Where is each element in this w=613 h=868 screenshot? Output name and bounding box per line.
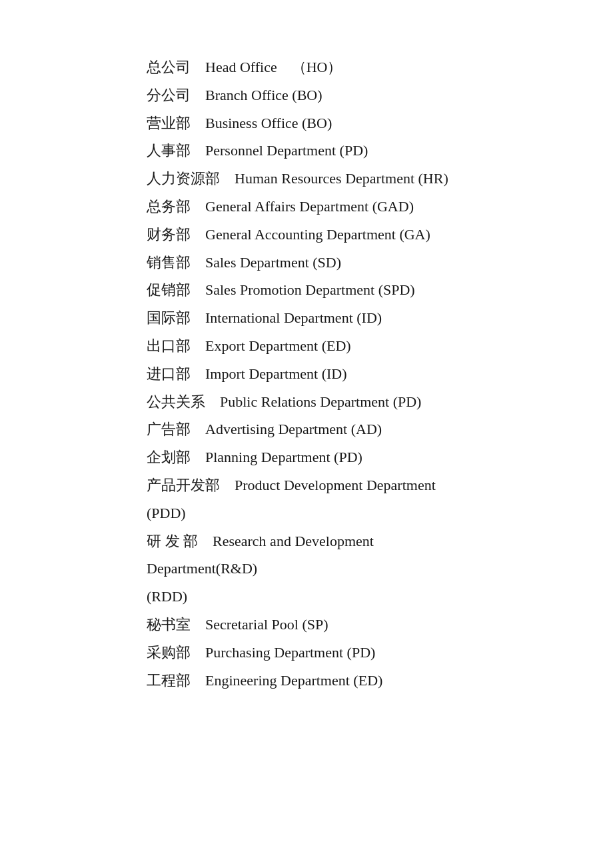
list-item: 营业部 Business Office (BO)	[147, 109, 466, 137]
list-item: 工程部 Engineering Department (ED)	[147, 667, 466, 695]
list-item: 国际部 International Department (ID)	[147, 304, 466, 332]
chinese-term: 分公司	[147, 87, 205, 103]
english-term: Sales Department (SD)	[205, 254, 341, 271]
english-term: Head Office （HO）	[205, 59, 342, 75]
chinese-term: 总务部	[147, 198, 205, 215]
chinese-term: 秘书室	[147, 616, 205, 633]
chinese-term: 产品开发部	[147, 477, 235, 493]
english-term: Personnel Department (PD)	[205, 142, 368, 159]
chinese-term: 公共关系	[147, 393, 220, 410]
english-term: Export Department (ED)	[205, 337, 351, 354]
chinese-term: 出口部	[147, 337, 205, 354]
chinese-term: 工程部	[147, 672, 205, 689]
list-item: 广告部 Advertising Department (AD)	[147, 415, 466, 443]
term-list: 总公司 Head Office （HO）分公司 Branch Office (B…	[147, 53, 466, 694]
english-term: Branch Office (BO)	[205, 87, 322, 103]
list-item: 促销部 Sales Promotion Department (SPD)	[147, 276, 466, 304]
list-item: 人力资源部 Human Resources Department (HR)	[147, 165, 466, 193]
chinese-term: 营业部	[147, 115, 205, 131]
chinese-term: 广告部	[147, 421, 205, 437]
english-term: Human Resources Department (HR)	[235, 170, 448, 187]
english-term: Planning Department (PD)	[205, 449, 362, 465]
chinese-term: 财务部	[147, 226, 205, 243]
english-term: Public Relations Department (PD)	[220, 393, 421, 410]
english-term: Sales Promotion Department (SPD)	[205, 281, 415, 298]
chinese-term: 人事部	[147, 142, 205, 159]
list-item: 财务部 General Accounting Department (GA)	[147, 221, 466, 249]
english-term: Business Office (BO)	[205, 115, 332, 131]
list-item: 采购部 Purchasing Department (PD)	[147, 639, 466, 667]
list-item: 销售部 Sales Department (SD)	[147, 249, 466, 277]
english-term: Purchasing Department (PD)	[205, 644, 375, 661]
list-item: 总公司 Head Office （HO）	[147, 53, 466, 81]
english-term: Engineering Department (ED)	[205, 672, 382, 689]
english-term: General Affairs Department (GAD)	[205, 198, 414, 215]
chinese-term: 人力资源部	[147, 170, 235, 187]
english-term: International Department (ID)	[205, 309, 382, 326]
list-item: 人事部 Personnel Department (PD)	[147, 137, 466, 165]
chinese-term: 企划部	[147, 449, 205, 465]
chinese-term: 采购部	[147, 644, 205, 661]
list-item: 公共关系 Public Relations Department (PD)	[147, 388, 466, 416]
chinese-term: 促销部	[147, 281, 205, 298]
chinese-term: 进口部	[147, 365, 205, 382]
english-term: Secretarial Pool (SP)	[205, 616, 328, 633]
list-item: 企划部 Planning Department (PD)	[147, 443, 466, 471]
list-item: 总务部 General Affairs Department (GAD)	[147, 193, 466, 221]
english-term: General Accounting Department (GA)	[205, 226, 430, 243]
english-term: Advertising Department (AD)	[205, 421, 382, 437]
chinese-term: 国际部	[147, 309, 205, 326]
list-item: 分公司 Branch Office (BO)	[147, 81, 466, 109]
chinese-term: 研 发 部	[147, 533, 213, 549]
english-term: Import Department (ID)	[205, 365, 347, 382]
list-item: 产品开发部 Product Development Department (PD…	[147, 471, 466, 527]
list-item: 进口部 Import Department (ID)	[147, 360, 466, 388]
list-item: 研 发 部 Research and Development Departmen…	[147, 527, 466, 611]
list-item: 秘书室 Secretarial Pool (SP)	[147, 611, 466, 639]
chinese-term: 总公司	[147, 59, 205, 75]
chinese-term: 销售部	[147, 254, 205, 271]
list-item: 出口部 Export Department (ED)	[147, 332, 466, 360]
